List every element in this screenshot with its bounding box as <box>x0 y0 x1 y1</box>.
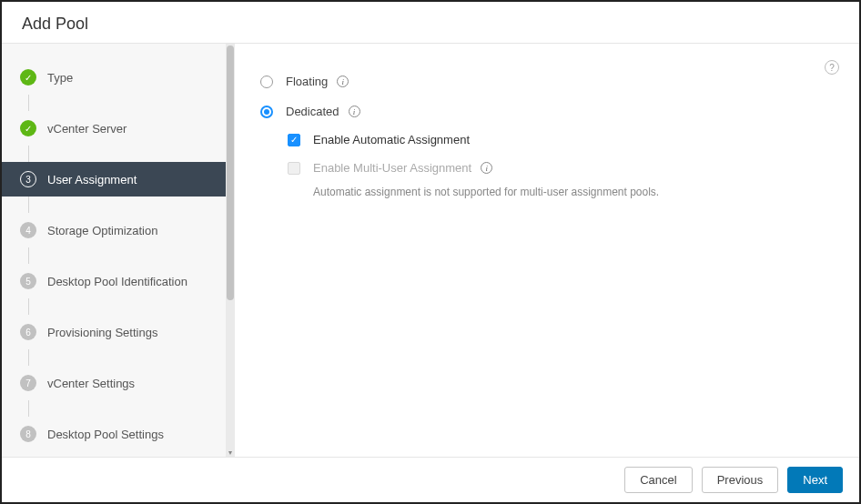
help-icon[interactable]: ? <box>825 60 839 75</box>
radio-floating-row[interactable]: Floating i <box>260 69 832 94</box>
wizard-sidebar: ✓ Type ✓ vCenter Server 3 User Assignmen… <box>2 44 235 457</box>
radio-dedicated[interactable] <box>260 106 273 118</box>
step-label: Storage Optimization <box>47 224 157 237</box>
checkbox-enable-multi <box>288 162 300 175</box>
dedicated-sub-options: ✓ Enable Automatic Assignment Enable Mul… <box>260 127 832 198</box>
content-panel: ? Floating i Dedicated i ✓ Enable Automa… <box>235 44 859 457</box>
step-number-icon: 3 <box>20 171 36 187</box>
step-number-icon: 7 <box>20 375 36 391</box>
info-icon[interactable]: i <box>337 76 349 87</box>
step-connector <box>28 95 235 111</box>
step-provisioning-settings[interactable]: 6 Provisioning Settings <box>2 315 235 349</box>
enable-auto-label: Enable Automatic Assignment <box>313 133 470 146</box>
step-label: vCenter Settings <box>47 377 135 390</box>
previous-button[interactable]: Previous <box>702 467 779 493</box>
enable-auto-row[interactable]: ✓ Enable Automatic Assignment <box>288 127 832 152</box>
multi-user-hint: Automatic assignment is not supported fo… <box>288 186 832 198</box>
checkbox-enable-auto[interactable]: ✓ <box>288 134 300 146</box>
scrollbar-thumb[interactable] <box>227 45 234 300</box>
chevron-down-icon[interactable]: ▾ <box>227 449 234 457</box>
step-label: Desktop Pool Identification <box>47 275 187 288</box>
step-number-icon: 8 <box>20 426 36 442</box>
main-layout: ✓ Type ✓ vCenter Server 3 User Assignmen… <box>2 44 859 457</box>
radio-floating-label: Floating <box>286 75 328 88</box>
info-icon[interactable]: i <box>481 162 492 174</box>
enable-multi-row: Enable Multi-User Assignment i <box>288 156 832 180</box>
step-vcenter-server[interactable]: ✓ vCenter Server <box>2 111 235 146</box>
info-icon[interactable]: i <box>349 106 360 117</box>
wizard-footer: Cancel Previous Next <box>2 457 859 502</box>
step-label: Desktop Pool Settings <box>47 428 164 441</box>
step-number-icon: 4 <box>20 222 36 238</box>
step-number-icon: 6 <box>20 324 36 340</box>
step-label: vCenter Server <box>47 122 127 136</box>
step-storage-optimization[interactable]: 4 Storage Optimization <box>2 213 235 247</box>
cancel-button[interactable]: Cancel <box>624 467 692 493</box>
step-vcenter-settings[interactable]: 7 vCenter Settings <box>2 366 235 400</box>
step-label: Provisioning Settings <box>47 326 157 339</box>
step-connector <box>28 349 235 366</box>
step-desktop-pool-identification[interactable]: 5 Desktop Pool Identification <box>2 264 235 298</box>
check-icon: ✓ <box>20 69 36 86</box>
step-desktop-pool-settings[interactable]: 8 Desktop Pool Settings <box>2 417 235 451</box>
sidebar-scrollbar[interactable]: ▾ <box>226 44 235 457</box>
step-user-assignment[interactable]: 3 User Assignment <box>2 162 235 197</box>
step-connector <box>28 247 235 264</box>
step-connector <box>28 197 235 213</box>
step-connector <box>28 400 235 417</box>
step-connector <box>28 298 235 315</box>
step-number-icon: 5 <box>20 273 36 289</box>
step-connector <box>28 146 235 162</box>
window-title: Add Pool <box>2 2 859 43</box>
next-button[interactable]: Next <box>787 467 843 493</box>
radio-dedicated-row[interactable]: Dedicated i <box>260 99 832 124</box>
step-type[interactable]: ✓ Type <box>2 60 235 95</box>
step-label: Type <box>47 71 73 85</box>
enable-multi-label: Enable Multi-User Assignment <box>313 161 471 175</box>
radio-dedicated-label: Dedicated <box>286 105 339 118</box>
radio-floating[interactable] <box>260 76 273 88</box>
check-icon: ✓ <box>20 120 36 136</box>
step-label: User Assignment <box>47 173 137 186</box>
